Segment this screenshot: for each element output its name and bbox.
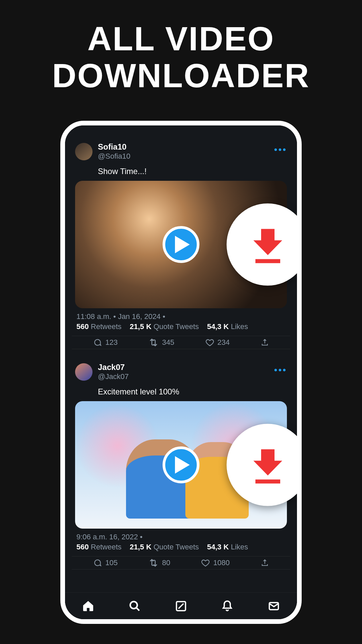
likes-label: Likes (231, 543, 248, 551)
like-action[interactable]: 234 (205, 338, 230, 347)
user-block[interactable]: Jack07 @Jack07 (98, 363, 129, 381)
svg-point-4 (130, 601, 137, 608)
retweet-action[interactable]: 345 (148, 338, 174, 347)
likes-count: 54,3 K (207, 543, 229, 551)
nav-compose-icon[interactable] (174, 599, 188, 613)
nav-messages-icon[interactable] (266, 599, 281, 613)
share-action[interactable] (261, 558, 269, 567)
svg-marker-0 (175, 236, 190, 253)
post-header: Sofia10 @Sofia10 ••• (72, 142, 290, 165)
quote-tweets-count: 21,5 K (130, 322, 152, 331)
retweet-count: 345 (162, 338, 174, 347)
nav-search-icon[interactable] (127, 599, 142, 613)
display-name: Sofia10 (98, 142, 130, 152)
reply-action[interactable]: 123 (93, 338, 118, 347)
play-icon[interactable] (163, 446, 199, 483)
play-icon[interactable] (163, 226, 199, 263)
like-count: 234 (218, 338, 230, 347)
display-name: Jack07 (98, 363, 129, 372)
post-text: Show Time...! (72, 165, 290, 181)
retweet-count: 80 (162, 558, 170, 567)
reply-count: 105 (105, 558, 118, 567)
post-stats: 560 Retweets 21,5 K Quote Tweets 54,3 K … (72, 543, 290, 556)
bottom-nav (65, 592, 297, 619)
share-action[interactable] (261, 338, 269, 347)
feed-post: Jack07 @Jack07 ••• Excitement level 100% (72, 363, 290, 570)
post-header: Jack07 @Jack07 ••• (72, 363, 290, 385)
retweets-label: Retweets (91, 322, 122, 331)
retweet-action[interactable]: 80 (148, 558, 170, 567)
retweets-count: 560 (76, 543, 89, 551)
svg-rect-3 (255, 479, 280, 483)
more-menu-icon[interactable]: ••• (274, 144, 287, 155)
post-text: Excitement level 100% (72, 385, 290, 401)
nav-home-icon[interactable] (81, 599, 96, 613)
more-menu-icon[interactable]: ••• (274, 365, 287, 375)
post-media[interactable] (75, 401, 287, 529)
reply-count: 123 (105, 338, 118, 347)
post-timestamp: 9:06 a.m. 16, 2022 • (72, 529, 290, 543)
like-action[interactable]: 1080 (201, 558, 230, 567)
post-actions: 123 345 234 (72, 336, 290, 349)
user-block[interactable]: Sofia10 @Sofia10 (98, 142, 130, 161)
svg-rect-1 (255, 259, 280, 263)
avatar[interactable] (75, 143, 93, 160)
retweets-count: 560 (76, 322, 89, 331)
user-handle: @Jack07 (98, 372, 129, 381)
device-frame: Sofia10 @Sofia10 ••• Show Time...! (60, 121, 302, 624)
user-handle: @Sofia10 (98, 152, 130, 161)
post-timestamp: 11:08 a.m. • Jan 16, 2024 • (72, 308, 290, 322)
quote-tweets-count: 21,5 K (130, 543, 152, 551)
social-feed[interactable]: Sofia10 @Sofia10 ••• Show Time...! (65, 125, 297, 619)
avatar[interactable] (75, 363, 93, 381)
quote-tweets-label: Quote Tweets (154, 543, 199, 551)
post-stats: 560 Retweets 21,5 K Quote Tweets 54,3 K … (72, 322, 290, 336)
retweets-label: Retweets (91, 543, 122, 551)
promo-line-2: DOWNLOADER (52, 57, 310, 94)
like-count: 1080 (213, 558, 230, 567)
reply-action[interactable]: 105 (93, 558, 118, 567)
quote-tweets-label: Quote Tweets (154, 322, 199, 331)
nav-notifications-icon[interactable] (220, 599, 235, 613)
post-actions: 105 80 1080 (72, 556, 290, 570)
promo-headline: ALL VIDEO DOWNLOADER (0, 0, 362, 121)
feed-post: Sofia10 @Sofia10 ••• Show Time...! (72, 142, 290, 349)
likes-count: 54,3 K (207, 322, 229, 331)
promo-line-1: ALL VIDEO (87, 20, 275, 57)
svg-marker-2 (175, 456, 190, 474)
device-screen: Sofia10 @Sofia10 ••• Show Time...! (65, 125, 297, 619)
likes-label: Likes (231, 322, 248, 331)
post-media[interactable] (75, 181, 287, 308)
